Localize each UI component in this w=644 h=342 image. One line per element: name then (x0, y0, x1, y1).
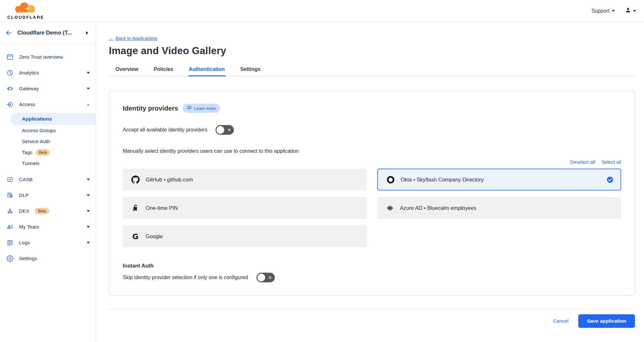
save-application-button[interactable]: Save application (578, 314, 635, 328)
analytics-icon (6, 69, 14, 76)
accept-all-toggle[interactable]: ✕ (216, 125, 234, 135)
footer-actions: Cancel Save application (109, 314, 635, 328)
support-label: Support (591, 8, 610, 14)
card-header: Identity providers Learn more (123, 104, 621, 113)
sidebar-subitem-tunnels[interactable]: Tunnels (0, 158, 96, 169)
provider-label: GitHub • github.com (146, 177, 193, 183)
tab-policies[interactable]: Policies (153, 64, 174, 76)
sidebar-item-label: CASB (19, 177, 81, 182)
provider-label: Okta • Skyflash Company Directory (401, 177, 484, 183)
sidebar-item-zero-trust-overview[interactable]: Zero Trust overview (0, 49, 96, 65)
sidebar-item-casb[interactable]: CASB (0, 171, 96, 187)
chevron-down-icon (612, 10, 615, 14)
deselect-all-link[interactable]: Deselect all (570, 159, 595, 165)
accept-all-label: Accept all available identity providers (123, 127, 207, 133)
chevron-down-icon (633, 10, 636, 14)
sidebar-subitem-label: Tags (22, 150, 33, 155)
instant-auth-heading: Instant Auth (123, 263, 621, 269)
sidebar-subitem-service-auth[interactable]: Service Auth (0, 136, 96, 147)
cloudflare-cloud-icon (12, 2, 40, 15)
chevron-down-icon[interactable] (87, 72, 90, 75)
sidebar-item-gateway[interactable]: Gateway (0, 81, 96, 96)
page: CLOUDFLARE Support (0, 0, 644, 342)
sidebar-item-label: Logs (19, 240, 81, 246)
sidebar-item-access[interactable]: Access (0, 96, 96, 112)
select-links: Deselect all Select all (123, 159, 621, 165)
tab-settings[interactable]: Settings (240, 64, 261, 76)
gateway-icon (6, 85, 14, 92)
sidebar-item-label: DEX (19, 208, 29, 214)
access-icon (6, 101, 14, 108)
window-icon (6, 54, 14, 61)
cloudflare-logo[interactable]: CLOUDFLARE (5, 2, 47, 20)
github-icon (131, 175, 140, 184)
sidebar-item-label: My Team (19, 224, 81, 230)
google-icon: G (131, 232, 140, 241)
chevron-down-icon[interactable] (87, 194, 90, 198)
chevron-down-icon[interactable] (87, 88, 90, 91)
user-menu[interactable] (625, 7, 636, 15)
provider-label: One-time PIN (146, 205, 178, 211)
sidebar-subitem-label: Access Groups (22, 128, 56, 133)
support-menu[interactable]: Support (591, 8, 615, 14)
otp-icon: **** (131, 204, 140, 212)
book-icon (187, 105, 192, 111)
provider-tile-okta[interactable]: Okta • Skyflash Company Directory (377, 169, 621, 191)
svg-text:****: **** (132, 209, 137, 212)
tab-overview[interactable]: Overview (115, 64, 139, 76)
sidebar-nav: Zero Trust overviewAnalyticsGatewayAcces… (0, 44, 96, 266)
account-name[interactable]: Cloudflare Demo (T... (17, 30, 80, 36)
sidebar-item-logs[interactable]: Logs (0, 235, 96, 250)
identity-providers-card: Identity providers Learn more Accept all… (109, 91, 635, 296)
sidebar-item-settings[interactable]: Settings (0, 250, 96, 266)
toggle-knob (257, 274, 265, 281)
casb-icon (6, 176, 14, 183)
sidebar-subitem-tags[interactable]: TagsBeta (0, 147, 96, 158)
team-icon (6, 223, 14, 230)
select-all-link[interactable]: Select all (601, 159, 621, 165)
sidebar-item-label: Gateway (19, 86, 81, 92)
provider-tile-google[interactable]: GGoogle (123, 225, 367, 247)
beta-badge: Beta (35, 208, 49, 214)
topbar-right: Support (591, 7, 636, 15)
sidebar-subitem-label: Service Auth (22, 139, 50, 144)
toggle-off-x-icon: ✕ (227, 128, 231, 132)
chevron-down-icon[interactable] (87, 226, 90, 230)
tab-authentication[interactable]: Authentication (188, 64, 226, 76)
sidebar-subitem-applications[interactable]: Applications (10, 113, 96, 125)
chevron-down-icon[interactable] (87, 179, 90, 182)
accept-all-row: Accept all available identity providers … (123, 125, 621, 135)
sidebar-item-label: Analytics (19, 70, 81, 76)
beta-badge: Beta (36, 149, 50, 156)
sidebar-item-dlp[interactable]: DLP (0, 187, 96, 203)
sidebar-item-label: Zero Trust overview (19, 54, 90, 60)
sidebar-item-analytics[interactable]: Analytics (0, 65, 96, 81)
expand-right-icon[interactable] (86, 31, 90, 34)
gear-icon (6, 255, 14, 262)
back-arrow-icon[interactable] (5, 29, 12, 36)
toggle-off-x-icon: ✕ (268, 275, 272, 280)
cloudflare-logo-text: CLOUDFLARE (7, 15, 44, 20)
provider-tile-one-time[interactable]: ****One-time PIN (123, 197, 367, 219)
toggle-knob (216, 126, 224, 134)
cancel-button[interactable]: Cancel (553, 318, 568, 324)
sidebar-item-my-team[interactable]: My Team (0, 219, 96, 235)
tab-bar: OverviewPoliciesAuthenticationSettings (109, 64, 635, 76)
topbar: CLOUDFLARE Support (0, 0, 644, 22)
sidebar-subitem-access-groups[interactable]: Access Groups (0, 125, 96, 136)
chevron-up-icon[interactable] (87, 102, 90, 105)
svg-text:G: G (132, 232, 139, 241)
chevron-down-icon[interactable] (87, 210, 90, 214)
provider-tile-azure[interactable]: Azure AD • Bluecalm employees (377, 197, 621, 219)
sidebar-header: Cloudflare Demo (T... (0, 22, 96, 44)
provider-tile-github[interactable]: GitHub • github.com (123, 169, 367, 191)
chevron-down-icon[interactable] (87, 242, 90, 245)
card-title: Identity providers (123, 104, 178, 112)
sidebar-item-dex[interactable]: DEXBeta (0, 203, 96, 219)
instant-auth-toggle[interactable]: ✕ (256, 273, 275, 282)
learn-more-badge[interactable]: Learn more (183, 104, 220, 113)
back-to-applications-link[interactable]: ← Back to Applications (109, 36, 157, 41)
sidebar: Cloudflare Demo (T... Zero Trust overvie… (0, 22, 96, 342)
sidebar-subnav-access: ApplicationsAccess GroupsService AuthTag… (0, 112, 96, 171)
okta-icon (386, 175, 395, 184)
